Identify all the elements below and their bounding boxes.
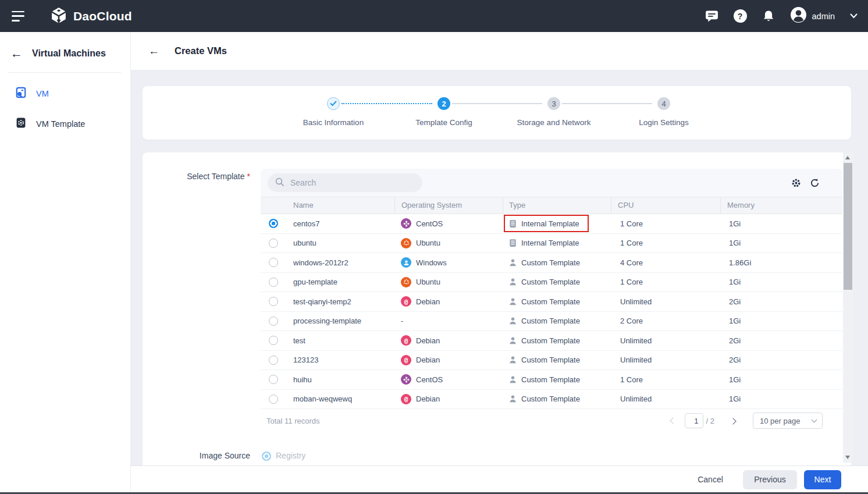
- memory-cell: 2Gi: [720, 292, 842, 311]
- search-box[interactable]: [268, 173, 422, 192]
- template-name: test: [293, 336, 305, 345]
- total-records: Total 11 records: [266, 417, 320, 425]
- search-input[interactable]: [289, 177, 405, 188]
- table-row[interactable]: huihu CentOS Custom Template 1 Core 1Gi: [261, 370, 842, 390]
- os-cell: Windows: [394, 253, 503, 272]
- row-radio-button[interactable]: [269, 336, 278, 345]
- table-row[interactable]: test @Debian Custom Template Unlimited 2…: [261, 331, 842, 351]
- debian-os-icon: @: [401, 296, 411, 307]
- row-radio-button[interactable]: [269, 356, 278, 365]
- chevron-down-icon[interactable]: [850, 13, 858, 19]
- os-cell: Ubuntu: [394, 234, 503, 253]
- hamburger-menu-icon[interactable]: [12, 11, 26, 22]
- sidebar-item-vm-template[interactable]: VM Template: [0, 115, 130, 133]
- sidebar: ← Virtual Machines VM: [0, 32, 131, 494]
- os-name: Ubuntu: [416, 278, 440, 286]
- table-row[interactable]: processing-template - Custom Template 2 …: [261, 312, 842, 332]
- debian-os-icon: @: [401, 335, 411, 346]
- memory-cell: 1Gi: [720, 234, 842, 253]
- template-name: huihu: [293, 375, 312, 384]
- cpu-cell: 1 Core: [611, 214, 720, 233]
- vertical-scrollbar[interactable]: [843, 152, 853, 463]
- template-table-body: centos7 CentOS Internal Template 1 Core …: [261, 214, 842, 409]
- brand-name: DaoCloud: [73, 9, 132, 23]
- template-name: moban-weqwewq: [293, 395, 352, 403]
- table-footer: Total 11 records / 2 10 per page: [261, 409, 842, 432]
- next-page-chevron-icon[interactable]: [730, 418, 736, 424]
- cpu-cell: 1 Core: [611, 234, 720, 253]
- row-radio-button[interactable]: [269, 258, 278, 267]
- page-size-select[interactable]: 10 per page: [753, 413, 823, 429]
- table-row[interactable]: windows-2012r2 Windows Custom Template 4…: [261, 253, 842, 273]
- next-button[interactable]: Next: [804, 470, 841, 489]
- registry-radio-button[interactable]: [262, 452, 271, 461]
- type-cell: Internal Template: [503, 214, 611, 233]
- cpu-cell: Unlimited: [611, 390, 720, 409]
- os-name: Ubuntu: [416, 239, 440, 247]
- table-row[interactable]: gpu-template Ubuntu Custom Template 1 Co…: [261, 273, 842, 293]
- internal-template-icon: [508, 239, 517, 247]
- scroll-up-arrow[interactable]: [845, 156, 850, 159]
- template-name: test-qianyi-temp2: [293, 297, 351, 306]
- column-header-cpu: CPU: [611, 197, 720, 214]
- scrollbar-thumb[interactable]: [844, 163, 852, 290]
- template-table: Name Operating System Type CPU Memory ce…: [261, 169, 842, 432]
- table-row[interactable]: centos7 CentOS Internal Template 1 Core …: [261, 214, 842, 234]
- row-radio-button[interactable]: [269, 375, 278, 384]
- table-row[interactable]: moban-weqwewq @Debian Custom Template Un…: [261, 390, 842, 410]
- table-row[interactable]: ubuntu Ubuntu Internal Template 1 Core 1…: [261, 234, 842, 254]
- row-radio-button[interactable]: [269, 278, 278, 287]
- type-cell: Custom Template: [503, 273, 611, 292]
- stepper-connector: [452, 103, 542, 104]
- previous-button[interactable]: Previous: [743, 470, 797, 489]
- stepper-connector-dotted: [341, 103, 432, 104]
- refresh-icon[interactable]: [810, 178, 820, 190]
- debian-os-icon: @: [401, 394, 411, 404]
- help-icon[interactable]: ?: [734, 9, 747, 23]
- sidebar-back-arrow-icon[interactable]: ←: [10, 47, 23, 59]
- column-settings-gear-icon[interactable]: [791, 178, 801, 190]
- row-radio-button[interactable]: [269, 239, 278, 248]
- os-cell: CentOS: [394, 214, 503, 233]
- step-2-circle: 2: [437, 97, 450, 110]
- row-radio-button[interactable]: [269, 317, 278, 326]
- chat-icon[interactable]: [705, 10, 718, 22]
- cpu-cell: 4 Core: [611, 253, 720, 272]
- cancel-button[interactable]: Cancel: [694, 470, 727, 489]
- top-navbar: DaoCloud ?: [0, 0, 868, 32]
- os-name: Debian: [416, 336, 440, 345]
- scroll-down-arrow[interactable]: [845, 456, 850, 459]
- notifications-bell-icon[interactable]: [762, 10, 775, 23]
- os-name: CentOS: [416, 375, 443, 384]
- column-header-os: Operating System: [394, 197, 503, 214]
- prev-page-chevron-icon[interactable]: [670, 417, 676, 424]
- table-row[interactable]: test-qianyi-temp2 @Debian Custom Templat…: [261, 292, 842, 312]
- app-window: DaoCloud ?: [0, 0, 868, 494]
- custom-template-icon: [508, 375, 517, 384]
- centos-os-icon: [401, 374, 411, 385]
- avatar: [790, 6, 807, 26]
- os-cell: @Debian: [394, 292, 503, 311]
- page-number-input[interactable]: [685, 413, 703, 428]
- page-total: / 2: [706, 417, 714, 425]
- page-header: ← Create VMs: [131, 32, 868, 70]
- memory-cell: 1.86Gi: [720, 253, 842, 272]
- step-4-label: Login Settings: [611, 118, 716, 127]
- row-radio-button[interactable]: [269, 395, 278, 404]
- brand-logo[interactable]: DaoCloud: [50, 6, 132, 26]
- os-cell: CentOS: [394, 370, 503, 389]
- table-header-row: Name Operating System Type CPU Memory: [261, 197, 842, 214]
- sidebar-item-vm[interactable]: VM: [0, 84, 130, 103]
- row-radio-button[interactable]: [269, 219, 278, 228]
- os-cell: @Debian: [394, 331, 503, 350]
- vm-template-icon: [15, 117, 27, 131]
- row-radio-button[interactable]: [269, 297, 278, 306]
- table-row[interactable]: 123123 @Debian Custom Template Unlimited…: [261, 351, 842, 371]
- user-menu[interactable]: admin: [790, 6, 835, 26]
- template-type: Internal Template: [521, 239, 579, 247]
- page-back-arrow-icon[interactable]: ←: [148, 45, 159, 58]
- memory-cell: 1Gi: [720, 370, 842, 389]
- sidebar-divider: [8, 72, 121, 73]
- table-toolbar: [261, 169, 842, 197]
- template-name: windows-2012r2: [293, 258, 348, 267]
